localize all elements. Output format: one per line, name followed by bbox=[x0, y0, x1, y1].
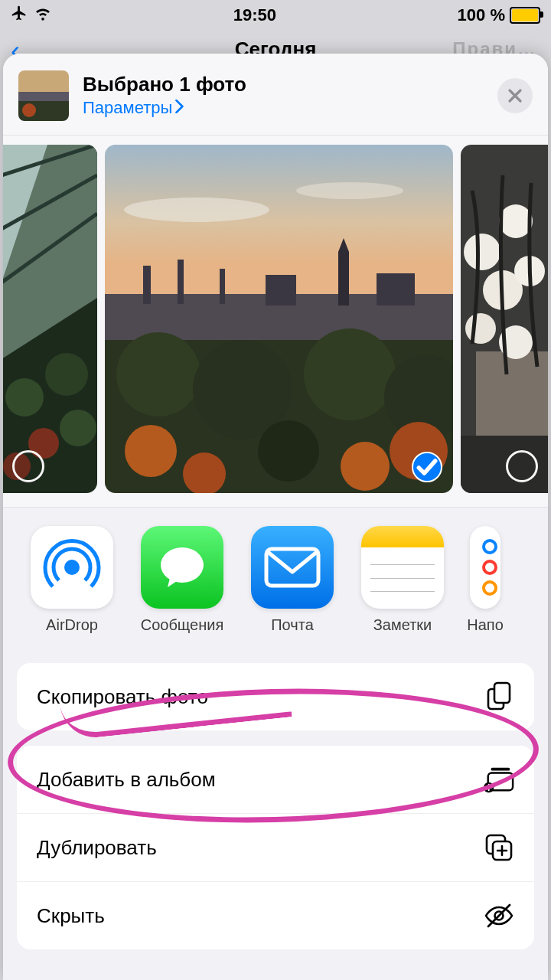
mail-icon bbox=[263, 544, 321, 590]
action-group: Добавить в альбом Дублировать bbox=[17, 746, 534, 949]
chevron-right-icon bbox=[175, 98, 184, 118]
selection-indicator[interactable] bbox=[12, 450, 44, 482]
svg-rect-25 bbox=[377, 273, 415, 305]
share-sheet: Выбрано 1 фото Параметры bbox=[3, 54, 548, 980]
close-button[interactable] bbox=[497, 78, 533, 113]
copy-icon bbox=[484, 681, 514, 712]
selection-indicator[interactable] bbox=[412, 452, 442, 482]
reminders-icon bbox=[470, 526, 500, 609]
svg-point-50 bbox=[484, 582, 496, 594]
app-label: Напо bbox=[467, 616, 504, 634]
svg-point-13 bbox=[60, 410, 96, 446]
action-label: Скопировать фото bbox=[37, 685, 208, 709]
action-add-to-album[interactable]: Добавить в альбом bbox=[17, 746, 534, 813]
svg-point-31 bbox=[125, 425, 177, 477]
header-thumbnail bbox=[18, 70, 69, 121]
svg-rect-47 bbox=[266, 549, 318, 586]
battery-icon bbox=[510, 7, 540, 24]
airplane-icon bbox=[11, 5, 28, 26]
status-bar: 19:50 100 % bbox=[0, 0, 551, 31]
close-icon bbox=[507, 88, 523, 103]
action-hide[interactable]: Скрыть bbox=[17, 881, 534, 949]
album-add-icon bbox=[484, 764, 514, 795]
svg-rect-53 bbox=[491, 768, 510, 771]
svg-point-10 bbox=[5, 378, 44, 416]
svg-rect-22 bbox=[266, 275, 296, 305]
hide-icon bbox=[484, 900, 514, 931]
svg-rect-52 bbox=[494, 683, 510, 703]
svg-point-17 bbox=[296, 182, 403, 199]
svg-point-46 bbox=[161, 547, 204, 583]
svg-rect-21 bbox=[220, 269, 225, 304]
svg-point-3 bbox=[22, 103, 36, 117]
svg-point-45 bbox=[64, 560, 80, 575]
action-label: Скрыть bbox=[37, 904, 105, 928]
svg-point-49 bbox=[484, 561, 496, 573]
action-label: Добавить в альбом bbox=[37, 768, 216, 792]
action-duplicate[interactable]: Дублировать bbox=[17, 813, 534, 881]
photo-item[interactable] bbox=[3, 145, 97, 493]
action-label: Дублировать bbox=[37, 836, 157, 860]
status-time: 19:50 bbox=[233, 5, 276, 25]
share-apps-row[interactable]: AirDrop Сообщения Почта bbox=[3, 508, 548, 648]
action-group: Скопировать фото bbox=[17, 663, 534, 730]
notes-icon bbox=[361, 526, 444, 609]
share-app-notes[interactable]: Заметки bbox=[360, 526, 445, 634]
svg-point-48 bbox=[484, 541, 496, 553]
svg-rect-20 bbox=[178, 260, 184, 304]
sheet-options-label: Параметры bbox=[83, 98, 172, 118]
svg-point-29 bbox=[304, 328, 396, 420]
svg-rect-23 bbox=[338, 252, 349, 305]
svg-point-33 bbox=[258, 420, 319, 482]
battery-percent: 100 % bbox=[458, 5, 505, 25]
app-label: Заметки bbox=[373, 616, 432, 634]
photo-strip[interactable] bbox=[3, 136, 548, 508]
svg-point-11 bbox=[45, 353, 88, 396]
sheet-options-link[interactable]: Параметры bbox=[83, 98, 484, 118]
svg-point-27 bbox=[116, 332, 201, 416]
photo-item[interactable] bbox=[461, 145, 548, 493]
airdrop-icon bbox=[41, 537, 103, 598]
share-app-mail[interactable]: Почта bbox=[249, 526, 335, 634]
wifi-icon bbox=[34, 5, 52, 26]
photo-item[interactable] bbox=[105, 145, 453, 493]
svg-rect-0 bbox=[18, 70, 69, 93]
action-copy-photo[interactable]: Скопировать фото bbox=[17, 663, 534, 730]
share-app-airdrop[interactable]: AirDrop bbox=[29, 526, 115, 634]
messages-icon bbox=[155, 540, 210, 595]
svg-point-43 bbox=[465, 313, 496, 344]
app-label: Почта bbox=[271, 616, 314, 634]
svg-rect-19 bbox=[143, 266, 151, 304]
duplicate-icon bbox=[484, 832, 514, 863]
app-label: AirDrop bbox=[46, 616, 98, 634]
svg-point-16 bbox=[124, 198, 269, 222]
sheet-header: Выбрано 1 фото Параметры bbox=[3, 54, 548, 136]
svg-point-39 bbox=[464, 234, 500, 270]
share-app-reminders[interactable]: Напо bbox=[470, 526, 500, 634]
svg-point-34 bbox=[341, 442, 390, 491]
sheet-title: Выбрано 1 фото bbox=[83, 74, 484, 96]
selection-indicator[interactable] bbox=[506, 450, 538, 482]
app-label: Сообщения bbox=[141, 616, 224, 634]
share-app-messages[interactable]: Сообщения bbox=[139, 526, 225, 634]
